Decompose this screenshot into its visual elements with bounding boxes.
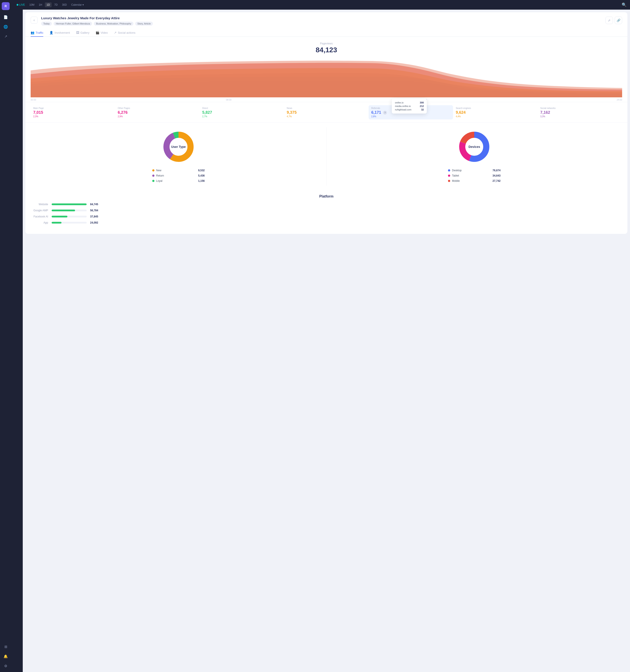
time-1d[interactable]: 1D <box>45 2 52 7</box>
pageviews-value: 84,123 <box>31 46 622 54</box>
tooltip-count-1: 300 <box>420 101 424 104</box>
platform-facebook-name: Facebook AI <box>31 215 48 218</box>
sidebar-item-share[interactable]: ↗ <box>2 32 9 40</box>
source-news[interactable]: News 9,375 4,7% <box>284 105 369 119</box>
new-dot <box>152 169 154 171</box>
return-label: Return <box>156 174 164 177</box>
devices-legend: Desktop 76,674 Tablet 34,643 <box>448 168 501 184</box>
source-referrals[interactable]: Referrals 6,171 ? 2,8% onthe.io 300 medi… <box>369 105 453 119</box>
article-card: ‹ Luxury Watches Jewelry Made For Everyd… <box>25 12 627 234</box>
source-main-page-pct: 2,3% <box>33 115 113 118</box>
chart-x-axis: 00:00 08:00 16:00 24:00 <box>31 98 622 102</box>
source-search[interactable]: Search engines 9,624 4,4% <box>453 105 537 119</box>
source-social[interactable]: Social networks 7,162 3,3% <box>538 105 622 119</box>
back-button[interactable]: ‹ <box>31 17 38 24</box>
tab-traffic[interactable]: 👥 Traffic <box>31 29 49 37</box>
source-main-page-label: Main Page <box>33 107 113 110</box>
legend-tablet: Tablet 34,643 <box>448 173 501 178</box>
tab-gallery[interactable]: 🖼 Gallery <box>76 29 96 37</box>
export-button[interactable]: ⬀ <box>606 17 613 24</box>
sidebar-item-grid[interactable]: ⊞ <box>2 643 9 651</box>
tooltip-row-2: media.onthe.io 212 <box>395 104 424 108</box>
search-icon[interactable]: 🔍 <box>622 2 627 7</box>
platform-website-value: 84,745 <box>90 203 101 206</box>
platform-title: Platform <box>31 194 622 198</box>
platform-app-name: App <box>31 221 48 224</box>
live-button[interactable]: LIVE <box>15 2 27 7</box>
traffic-icon: 👥 <box>31 31 34 34</box>
platform-amp-bar-wrap <box>52 210 87 211</box>
time-7d[interactable]: 7D <box>52 2 59 7</box>
social-icon: ↗ <box>114 31 117 34</box>
mobile-value: 27,742 <box>493 179 501 183</box>
platform-website-bar <box>52 203 87 205</box>
desktop-value: 76,674 <box>493 169 501 172</box>
mobile-label: Mobile <box>452 179 460 183</box>
platform-website-name: Website <box>31 203 48 206</box>
legend-desktop: Desktop 76,674 <box>448 168 501 173</box>
question-icon[interactable]: ? <box>383 111 387 115</box>
tag-authors: Herman Fuller, Gilbert Mendoza <box>54 22 92 26</box>
tooltip-site-3: ruhighload.com <box>395 108 411 111</box>
sidebar-item-globe[interactable]: 🌐 <box>2 23 9 31</box>
tooltip-row-1: onthe.io 300 <box>395 101 424 104</box>
axis-label-3: 24:00 <box>617 99 622 101</box>
source-direct[interactable]: Direct 5,827 2,7% <box>200 105 284 119</box>
sidebar-item-settings[interactable]: ⚙ <box>2 662 9 670</box>
platform-app-bar <box>52 222 62 223</box>
platform-app-value: 24,092 <box>90 221 101 224</box>
article-tags: Today Herman Fuller, Gilbert Mendoza Bus… <box>41 22 602 26</box>
tooltip-count-3: 32 <box>421 108 424 111</box>
source-social-label: Social networks <box>540 107 620 110</box>
topbar: LIVE 10M 1H 1D 7D 30D Calendar ▾ 🔍 <box>11 0 630 9</box>
time-10m[interactable]: 10M <box>28 2 36 7</box>
source-direct-label: Direct <box>202 107 282 110</box>
tab-involvement[interactable]: 👤 Involvement <box>49 29 76 37</box>
time-30d[interactable]: 30D <box>60 2 69 7</box>
user-type-legend: New 9,532 Return 5,436 <box>152 168 205 184</box>
source-referrals-pct: 2,8% <box>371 115 451 118</box>
article-info: Luxury Watches Jewelry Made For Everyday… <box>41 16 602 26</box>
source-main-page-value: 7,015 <box>33 110 113 115</box>
source-other-pages-value: 6,276 <box>118 110 197 115</box>
tag-categories: Business, Motivation, Philosophy <box>94 22 134 26</box>
source-other-pages[interactable]: Other Pages 6,276 2,9% <box>115 105 199 119</box>
time-1h[interactable]: 1H <box>37 2 44 7</box>
tag-types: Story, Article <box>135 22 153 26</box>
platform-app: App 24,092 <box>31 221 622 224</box>
chart-section: Pageviews 84,123 <box>25 37 627 102</box>
platform-amp: Google AMP 56,784 <box>31 209 622 212</box>
involvement-icon: 👤 <box>49 31 53 34</box>
link-button[interactable]: 🔗 <box>615 17 622 24</box>
source-main-page[interactable]: Main Page 7,015 2,3% <box>31 105 115 119</box>
return-dot <box>152 174 154 177</box>
legend-return: Return 5,436 <box>152 173 205 178</box>
devices-label: Devices <box>468 145 480 148</box>
tablet-label: Tablet <box>452 174 459 177</box>
tabs: 👥 Traffic 👤 Involvement 🖼 Gallery 🎬 Vide… <box>25 29 627 37</box>
loyal-label: Loyal <box>156 179 163 183</box>
source-search-pct: 4,4% <box>456 115 535 118</box>
source-news-pct: 4,7% <box>287 115 366 118</box>
axis-label-1: 08:00 <box>226 99 232 101</box>
source-news-value: 9,375 <box>287 110 366 115</box>
loyal-value: 1,156 <box>198 179 205 183</box>
tab-social-actions[interactable]: ↗ Social actions <box>114 29 142 37</box>
platform-section: Platform Website 84,745 Google AMP 56,78… <box>25 190 627 234</box>
tooltip-site-1: onthe.io <box>395 101 403 104</box>
tooltip-site-2: media.onthe.io <box>395 105 411 107</box>
tablet-dot <box>448 174 450 177</box>
platform-facebook-bar <box>52 216 67 217</box>
time-calendar[interactable]: Calendar ▾ <box>69 2 86 7</box>
loyal-dot <box>152 180 154 182</box>
devices-chart: Devices Desktop 76,674 Tablet <box>326 127 622 186</box>
return-value: 5,436 <box>198 174 205 177</box>
sidebar-item-document[interactable]: 📄 <box>2 13 9 21</box>
source-direct-value: 5,827 <box>202 110 282 115</box>
sidebar-item-bell[interactable]: 🔔 <box>2 652 9 660</box>
mobile-dot <box>448 180 450 182</box>
user-type-donut: User Type <box>161 129 196 164</box>
tab-video[interactable]: 🎬 Video <box>96 29 114 37</box>
source-search-value: 9,624 <box>456 110 535 115</box>
devices-donut: Devices <box>457 129 492 164</box>
